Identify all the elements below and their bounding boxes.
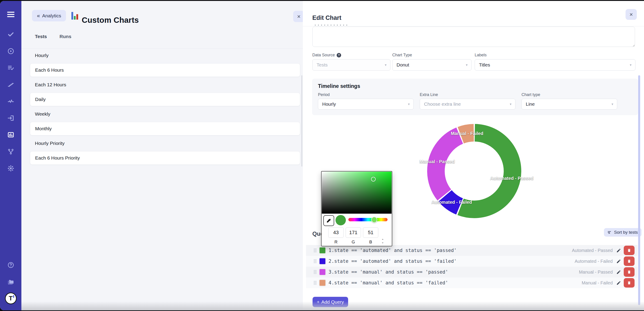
query-color-swatch[interactable] — [320, 280, 326, 286]
chart-list-item-label: Weekly — [35, 111, 50, 117]
trash-icon — [627, 248, 631, 253]
delete-query-button[interactable] — [624, 246, 634, 255]
query-color-swatch[interactable] — [320, 247, 326, 253]
blue-input[interactable] — [363, 227, 378, 238]
edit-pencil-icon[interactable] — [616, 270, 621, 274]
query-row: 3.state == 'manual' and status == 'passe… — [306, 267, 638, 277]
sign-in-icon[interactable] — [0, 112, 22, 124]
query-color-swatch[interactable] — [320, 258, 326, 264]
chart-list-item[interactable]: Monthly — [30, 122, 300, 135]
delete-query-button[interactable] — [624, 267, 634, 277]
activity-icon[interactable] — [0, 95, 22, 108]
charts-list-scrollbar[interactable] — [301, 75, 302, 167]
branch-icon[interactable] — [0, 146, 22, 158]
chart-type-select[interactable]: Donut▼ — [392, 59, 472, 71]
back-button-label: Analytics — [42, 13, 61, 19]
data-source-field: Data Source ? Tests▼ — [312, 53, 390, 71]
add-query-button[interactable]: + Add Query — [312, 297, 348, 307]
drag-handle-icon[interactable] — [314, 270, 317, 274]
chevron-down-icon: ▼ — [384, 63, 387, 67]
chevron-down-icon: ▼ — [465, 63, 468, 67]
donut-slice-label: Manual - Failed — [451, 131, 483, 136]
trash-icon — [627, 270, 631, 274]
hue-slider[interactable] — [348, 218, 388, 221]
timeline-chart-type-label: Chart type — [522, 92, 617, 97]
close-icon: × — [297, 13, 300, 20]
tab-tests[interactable]: Tests — [35, 34, 47, 39]
saturation-area[interactable] — [322, 172, 392, 214]
menu-icon[interactable] — [0, 8, 22, 21]
chart-type-field: Chart Type Donut▼ — [392, 53, 472, 71]
edit-pencil-icon[interactable] — [616, 248, 621, 253]
query-row: 2.state == 'automated' and status == 'fa… — [306, 256, 638, 267]
help-icon[interactable] — [0, 259, 22, 271]
chart-list: HourlyEach 6 HoursEach 12 HoursDailyWeek… — [30, 49, 300, 166]
query-expression: 4.state == 'manual' and status == 'faile… — [328, 280, 448, 285]
query-row: 1.state == 'automated' and status == 'pa… — [306, 245, 638, 256]
sort-by-tests-button[interactable]: Sort by tests — [604, 228, 642, 237]
saturation-marker[interactable] — [371, 177, 376, 182]
donut-chart: Automated - PassedAutomated - FailedManu… — [427, 124, 522, 218]
drag-handle-icon[interactable] — [314, 280, 317, 285]
edit-panel-scrollbar[interactable] — [638, 75, 640, 305]
gear-icon[interactable] — [0, 162, 22, 174]
timeline-chart-type-select[interactable]: Line▼ — [522, 99, 617, 110]
chart-list-item[interactable]: Weekly — [30, 108, 300, 121]
tab-runs[interactable]: Runs — [60, 34, 72, 39]
logo[interactable]: T — [0, 292, 22, 304]
query-title-label: Automated - Passed — [572, 248, 613, 253]
chart-list-item[interactable]: Hourly — [30, 49, 300, 62]
sort-icon — [608, 230, 612, 234]
delete-query-button[interactable] — [624, 256, 634, 266]
current-color-swatch[interactable] — [336, 215, 346, 225]
steps-icon[interactable] — [0, 79, 22, 91]
chevron-down-icon: ▼ — [407, 103, 410, 106]
green-label: G — [346, 239, 361, 244]
query-expression: 2.state == 'automated' and status == 'fa… — [328, 258, 457, 264]
eyedropper-button[interactable] — [323, 215, 334, 226]
chart-list-item[interactable]: Each 12 Hours — [30, 78, 300, 91]
donut-slice-label: Automated - Failed — [432, 199, 472, 205]
period-select[interactable]: Hourly▼ — [318, 99, 414, 110]
plus-icon: + — [317, 299, 320, 305]
logo-tick — [13, 295, 14, 298]
chart-list-item[interactable]: Each 6 Hours Priority — [30, 151, 300, 165]
play-circle-icon[interactable] — [0, 45, 22, 57]
logo-letter: T — [9, 295, 12, 301]
eyedropper-icon — [326, 218, 331, 223]
query-color-swatch[interactable] — [320, 269, 326, 275]
close-edit-panel-button[interactable]: × — [626, 9, 637, 20]
data-source-select[interactable]: Tests▼ — [312, 59, 390, 71]
blue-label: B — [363, 239, 378, 244]
check-icon[interactable] — [0, 28, 22, 40]
app-window: T « Analytics Custom Charts × Tests Runs… — [0, 1, 644, 310]
donut-slice-label: Manual - Passed — [420, 159, 455, 164]
query-title-label: Manual - Failed — [582, 280, 613, 285]
back-to-analytics-button[interactable]: « Analytics — [32, 10, 66, 22]
edit-pencil-icon[interactable] — [616, 259, 621, 264]
drag-handle-icon[interactable] — [314, 248, 317, 253]
sidebar: T — [0, 1, 22, 310]
header-divider — [303, 26, 644, 26]
hue-marker[interactable] — [371, 217, 377, 223]
help-icon[interactable]: ? — [337, 53, 341, 58]
chevron-down-icon: ▼ — [611, 103, 614, 106]
chart-list-item[interactable]: Each 6 Hours — [30, 63, 300, 77]
folder-icon[interactable] — [0, 276, 22, 288]
drag-handle-icon[interactable] — [314, 259, 317, 263]
labels-select[interactable]: Titles▼ — [475, 59, 636, 71]
extra-line-select[interactable]: Choose extra line▼ — [420, 99, 516, 110]
chart-description-textarea[interactable] — [312, 27, 635, 47]
delete-query-button[interactable] — [624, 278, 634, 287]
red-input[interactable] — [328, 227, 344, 238]
green-input[interactable] — [346, 227, 361, 238]
query-list: 1.state == 'automated' and status == 'pa… — [306, 245, 638, 288]
list-check-icon[interactable] — [0, 62, 22, 74]
timeline-chart-type-field: Chart type Line▼ — [522, 92, 617, 110]
timeline-settings-card: Timeline settings Period Hourly▼ Extra L… — [312, 79, 638, 115]
bar-chart-icon[interactable] — [0, 129, 22, 141]
edit-pencil-icon[interactable] — [616, 280, 621, 285]
color-mode-stepper[interactable]: ⌃⌄ — [382, 239, 384, 243]
chart-list-item[interactable]: Hourly Priority — [30, 137, 300, 150]
chart-list-item[interactable]: Daily — [30, 93, 300, 106]
